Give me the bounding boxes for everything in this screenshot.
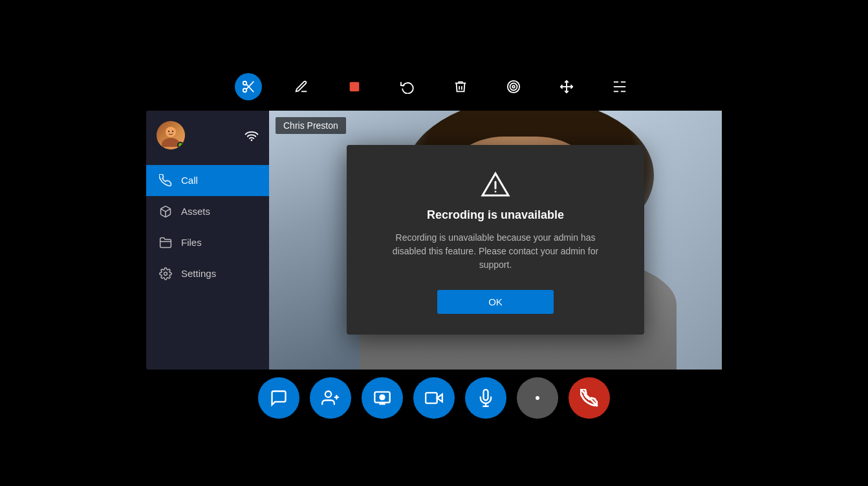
- wifi-icon: [244, 129, 259, 141]
- main-area: Call Assets: [146, 111, 722, 370]
- sidebar-settings-label: Settings: [181, 268, 216, 279]
- sidebar: Call Assets: [146, 111, 269, 370]
- sidebar-files-label: Files: [181, 237, 202, 248]
- dialog-message: Recording is unavailable because your ad…: [385, 231, 605, 272]
- select-tool-icon[interactable]: [235, 73, 262, 100]
- move-icon[interactable]: [553, 73, 580, 100]
- add-participant-button[interactable]: [310, 377, 351, 419]
- bottom-controls: [258, 377, 610, 419]
- call-icon: [159, 174, 172, 187]
- files-icon: [159, 236, 172, 249]
- svg-marker-33: [437, 394, 442, 402]
- svg-point-17: [166, 127, 176, 137]
- svg-rect-34: [426, 392, 437, 403]
- avatar: [157, 121, 185, 149]
- sidebar-item-settings[interactable]: Settings: [146, 258, 269, 289]
- svg-point-37: [536, 396, 539, 400]
- stop-icon[interactable]: [341, 73, 368, 100]
- svg-point-20: [251, 139, 253, 141]
- dialog-ok-button[interactable]: OK: [437, 290, 554, 314]
- video-button[interactable]: [413, 377, 455, 419]
- sidebar-item-call[interactable]: Call: [146, 165, 269, 196]
- svg-point-26: [325, 391, 331, 397]
- sidebar-item-files[interactable]: Files: [146, 227, 269, 258]
- dialog-title: Recroding is unavailable: [427, 208, 564, 222]
- sidebar-call-label: Call: [181, 175, 198, 186]
- svg-point-23: [164, 272, 168, 275]
- dialog-overlay: Recroding is unavailable Recording is un…: [269, 111, 722, 370]
- sidebar-item-assets[interactable]: Assets: [146, 196, 269, 227]
- assets-icon: [159, 205, 172, 218]
- chat-button[interactable]: [258, 377, 299, 419]
- sidebar-assets-label: Assets: [181, 206, 210, 217]
- svg-rect-4: [350, 82, 360, 91]
- svg-point-32: [380, 395, 385, 399]
- record-screen-button[interactable]: [362, 377, 403, 419]
- svg-point-19: [172, 130, 173, 131]
- pin-icon[interactable]: [606, 73, 633, 100]
- more-button[interactable]: [517, 377, 558, 419]
- svg-point-7: [512, 85, 515, 88]
- target-icon[interactable]: [500, 73, 527, 100]
- svg-point-6: [510, 83, 517, 90]
- online-badge: [177, 142, 184, 148]
- delete-icon[interactable]: [447, 73, 474, 100]
- mute-button[interactable]: [465, 377, 506, 419]
- sidebar-header: [146, 111, 269, 160]
- svg-point-25: [495, 191, 497, 193]
- sidebar-nav: Call Assets: [146, 160, 269, 370]
- warning-icon: [480, 171, 511, 198]
- undo-icon[interactable]: [394, 73, 421, 100]
- pen-tool-icon[interactable]: [288, 73, 315, 100]
- toolbar: [0, 68, 868, 105]
- settings-icon: [159, 267, 172, 280]
- svg-point-18: [168, 130, 169, 131]
- video-area: Chris Preston Recroding is unavailable R…: [269, 111, 722, 370]
- end-call-button[interactable]: [569, 377, 610, 419]
- recording-unavailable-dialog: Recroding is unavailable Recording is un…: [347, 145, 644, 335]
